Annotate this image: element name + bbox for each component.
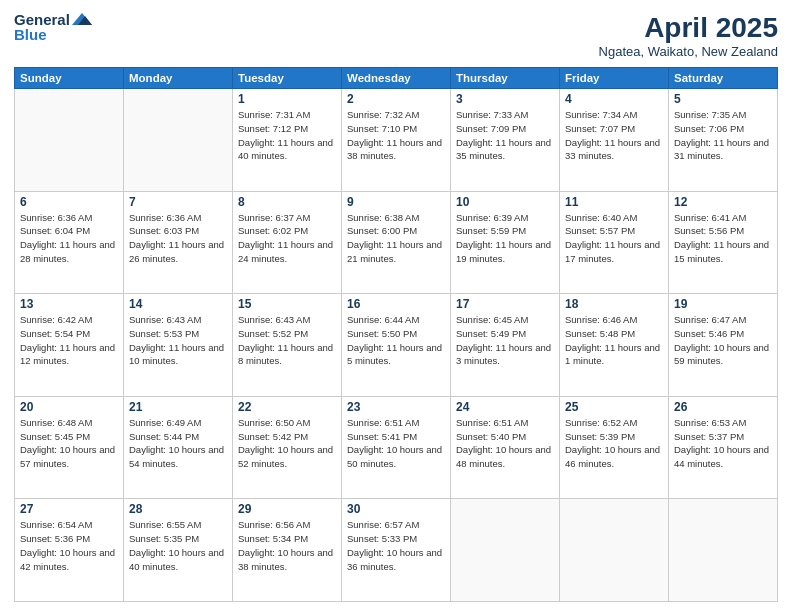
day-cell: 23Sunrise: 6:51 AM Sunset: 5:41 PM Dayli… — [342, 396, 451, 499]
calendar-location: Ngatea, Waikato, New Zealand — [599, 44, 778, 59]
day-number: 4 — [565, 92, 663, 106]
day-cell: 6Sunrise: 6:36 AM Sunset: 6:04 PM Daylig… — [15, 191, 124, 294]
day-detail: Sunrise: 6:44 AM Sunset: 5:50 PM Dayligh… — [347, 313, 445, 368]
day-number: 14 — [129, 297, 227, 311]
day-cell: 26Sunrise: 6:53 AM Sunset: 5:37 PM Dayli… — [669, 396, 778, 499]
day-cell: 8Sunrise: 6:37 AM Sunset: 6:02 PM Daylig… — [233, 191, 342, 294]
day-cell: 24Sunrise: 6:51 AM Sunset: 5:40 PM Dayli… — [451, 396, 560, 499]
day-cell: 4Sunrise: 7:34 AM Sunset: 7:07 PM Daylig… — [560, 89, 669, 192]
day-detail: Sunrise: 6:43 AM Sunset: 5:53 PM Dayligh… — [129, 313, 227, 368]
week-row-0: 1Sunrise: 7:31 AM Sunset: 7:12 PM Daylig… — [15, 89, 778, 192]
week-row-2: 13Sunrise: 6:42 AM Sunset: 5:54 PM Dayli… — [15, 294, 778, 397]
day-number: 9 — [347, 195, 445, 209]
day-detail: Sunrise: 7:35 AM Sunset: 7:06 PM Dayligh… — [674, 108, 772, 163]
day-number: 18 — [565, 297, 663, 311]
day-detail: Sunrise: 6:37 AM Sunset: 6:02 PM Dayligh… — [238, 211, 336, 266]
col-header-friday: Friday — [560, 68, 669, 89]
day-number: 11 — [565, 195, 663, 209]
day-number: 26 — [674, 400, 772, 414]
day-cell: 27Sunrise: 6:54 AM Sunset: 5:36 PM Dayli… — [15, 499, 124, 602]
day-detail: Sunrise: 6:47 AM Sunset: 5:46 PM Dayligh… — [674, 313, 772, 368]
day-number: 30 — [347, 502, 445, 516]
day-number: 12 — [674, 195, 772, 209]
day-cell: 13Sunrise: 6:42 AM Sunset: 5:54 PM Dayli… — [15, 294, 124, 397]
calendar-title: April 2025 — [599, 12, 778, 44]
page: General Blue April 2025 Ngatea, Waikato,… — [0, 0, 792, 612]
day-cell: 18Sunrise: 6:46 AM Sunset: 5:48 PM Dayli… — [560, 294, 669, 397]
day-detail: Sunrise: 7:31 AM Sunset: 7:12 PM Dayligh… — [238, 108, 336, 163]
day-number: 25 — [565, 400, 663, 414]
day-cell: 25Sunrise: 6:52 AM Sunset: 5:39 PM Dayli… — [560, 396, 669, 499]
day-cell: 9Sunrise: 6:38 AM Sunset: 6:00 PM Daylig… — [342, 191, 451, 294]
day-number: 21 — [129, 400, 227, 414]
day-detail: Sunrise: 6:49 AM Sunset: 5:44 PM Dayligh… — [129, 416, 227, 471]
day-detail: Sunrise: 6:36 AM Sunset: 6:04 PM Dayligh… — [20, 211, 118, 266]
day-detail: Sunrise: 6:52 AM Sunset: 5:39 PM Dayligh… — [565, 416, 663, 471]
day-cell: 17Sunrise: 6:45 AM Sunset: 5:49 PM Dayli… — [451, 294, 560, 397]
day-detail: Sunrise: 6:53 AM Sunset: 5:37 PM Dayligh… — [674, 416, 772, 471]
day-number: 20 — [20, 400, 118, 414]
day-detail: Sunrise: 6:36 AM Sunset: 6:03 PM Dayligh… — [129, 211, 227, 266]
day-number: 24 — [456, 400, 554, 414]
day-number: 10 — [456, 195, 554, 209]
col-header-sunday: Sunday — [15, 68, 124, 89]
header: General Blue April 2025 Ngatea, Waikato,… — [14, 12, 778, 59]
day-cell: 15Sunrise: 6:43 AM Sunset: 5:52 PM Dayli… — [233, 294, 342, 397]
day-number: 13 — [20, 297, 118, 311]
day-number: 2 — [347, 92, 445, 106]
day-detail: Sunrise: 6:56 AM Sunset: 5:34 PM Dayligh… — [238, 518, 336, 573]
day-number: 17 — [456, 297, 554, 311]
header-row: SundayMondayTuesdayWednesdayThursdayFrid… — [15, 68, 778, 89]
day-detail: Sunrise: 7:34 AM Sunset: 7:07 PM Dayligh… — [565, 108, 663, 163]
day-detail: Sunrise: 6:41 AM Sunset: 5:56 PM Dayligh… — [674, 211, 772, 266]
day-number: 8 — [238, 195, 336, 209]
day-cell: 7Sunrise: 6:36 AM Sunset: 6:03 PM Daylig… — [124, 191, 233, 294]
day-detail: Sunrise: 6:38 AM Sunset: 6:00 PM Dayligh… — [347, 211, 445, 266]
day-cell: 11Sunrise: 6:40 AM Sunset: 5:57 PM Dayli… — [560, 191, 669, 294]
week-row-1: 6Sunrise: 6:36 AM Sunset: 6:04 PM Daylig… — [15, 191, 778, 294]
day-detail: Sunrise: 6:50 AM Sunset: 5:42 PM Dayligh… — [238, 416, 336, 471]
day-detail: Sunrise: 7:33 AM Sunset: 7:09 PM Dayligh… — [456, 108, 554, 163]
day-cell: 12Sunrise: 6:41 AM Sunset: 5:56 PM Dayli… — [669, 191, 778, 294]
calendar-body: 1Sunrise: 7:31 AM Sunset: 7:12 PM Daylig… — [15, 89, 778, 602]
day-number: 5 — [674, 92, 772, 106]
logo-icon — [72, 11, 92, 27]
day-cell: 16Sunrise: 6:44 AM Sunset: 5:50 PM Dayli… — [342, 294, 451, 397]
day-detail: Sunrise: 6:42 AM Sunset: 5:54 PM Dayligh… — [20, 313, 118, 368]
day-cell — [560, 499, 669, 602]
day-cell: 2Sunrise: 7:32 AM Sunset: 7:10 PM Daylig… — [342, 89, 451, 192]
logo-blue-text: Blue — [14, 27, 92, 44]
day-detail: Sunrise: 6:46 AM Sunset: 5:48 PM Dayligh… — [565, 313, 663, 368]
day-number: 3 — [456, 92, 554, 106]
day-number: 29 — [238, 502, 336, 516]
day-cell: 30Sunrise: 6:57 AM Sunset: 5:33 PM Dayli… — [342, 499, 451, 602]
day-number: 15 — [238, 297, 336, 311]
title-block: April 2025 Ngatea, Waikato, New Zealand — [599, 12, 778, 59]
day-cell: 28Sunrise: 6:55 AM Sunset: 5:35 PM Dayli… — [124, 499, 233, 602]
logo: General Blue — [14, 12, 92, 43]
day-cell — [15, 89, 124, 192]
col-header-thursday: Thursday — [451, 68, 560, 89]
day-cell: 1Sunrise: 7:31 AM Sunset: 7:12 PM Daylig… — [233, 89, 342, 192]
day-detail: Sunrise: 6:45 AM Sunset: 5:49 PM Dayligh… — [456, 313, 554, 368]
day-number: 22 — [238, 400, 336, 414]
day-cell: 10Sunrise: 6:39 AM Sunset: 5:59 PM Dayli… — [451, 191, 560, 294]
week-row-4: 27Sunrise: 6:54 AM Sunset: 5:36 PM Dayli… — [15, 499, 778, 602]
day-detail: Sunrise: 6:39 AM Sunset: 5:59 PM Dayligh… — [456, 211, 554, 266]
day-detail: Sunrise: 6:43 AM Sunset: 5:52 PM Dayligh… — [238, 313, 336, 368]
day-cell — [451, 499, 560, 602]
calendar-header: SundayMondayTuesdayWednesdayThursdayFrid… — [15, 68, 778, 89]
day-cell: 21Sunrise: 6:49 AM Sunset: 5:44 PM Dayli… — [124, 396, 233, 499]
day-cell: 20Sunrise: 6:48 AM Sunset: 5:45 PM Dayli… — [15, 396, 124, 499]
day-number: 6 — [20, 195, 118, 209]
day-detail: Sunrise: 6:57 AM Sunset: 5:33 PM Dayligh… — [347, 518, 445, 573]
day-cell: 5Sunrise: 7:35 AM Sunset: 7:06 PM Daylig… — [669, 89, 778, 192]
day-cell: 19Sunrise: 6:47 AM Sunset: 5:46 PM Dayli… — [669, 294, 778, 397]
day-detail: Sunrise: 6:48 AM Sunset: 5:45 PM Dayligh… — [20, 416, 118, 471]
day-cell — [124, 89, 233, 192]
day-number: 7 — [129, 195, 227, 209]
day-cell: 14Sunrise: 6:43 AM Sunset: 5:53 PM Dayli… — [124, 294, 233, 397]
col-header-tuesday: Tuesday — [233, 68, 342, 89]
day-number: 27 — [20, 502, 118, 516]
day-number: 16 — [347, 297, 445, 311]
